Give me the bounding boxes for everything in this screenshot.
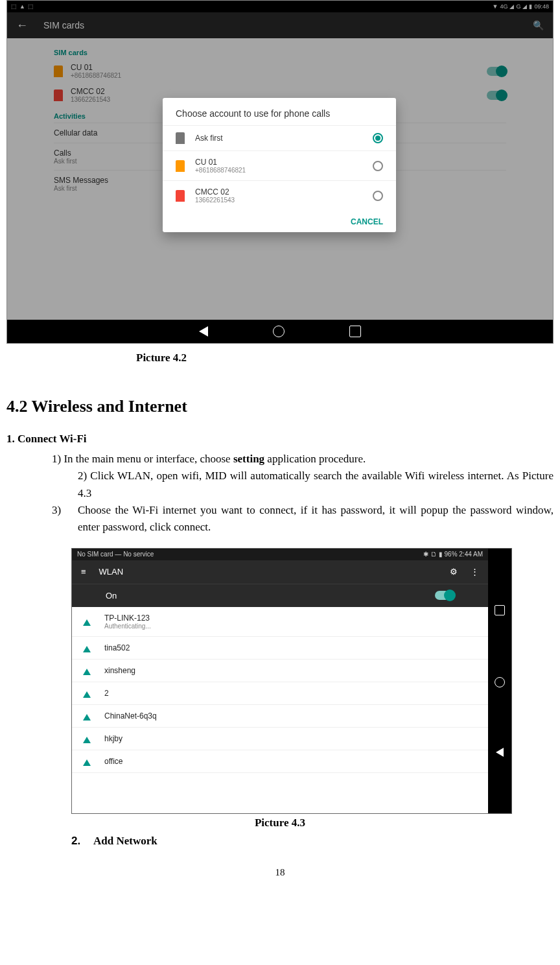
wifi-icon: [81, 757, 93, 766]
step-2-text: 2) Click WLAN, open wifi, MID will autom…: [6, 468, 554, 502]
figure-caption: Picture 4.3: [6, 816, 554, 829]
page-number: 18: [6, 867, 554, 885]
wifi-on-row: On: [72, 584, 488, 607]
wifi-icon: [81, 734, 93, 743]
nav-home-icon[interactable]: [495, 677, 505, 687]
screenshot-sim-cards: ⬚ ▲ ⬚ ▼ 4G ◢ G ◢ ▮ 09:48 ← SIM cards 🔍 S…: [6, 0, 554, 344]
account-dialog: Choose account to use for phone calls As…: [163, 98, 396, 232]
more-icon[interactable]: ⋮: [471, 567, 479, 577]
wifi-network-row[interactable]: tina502: [72, 637, 488, 660]
wifi-icon: [81, 711, 93, 721]
navigation-bar: [488, 549, 511, 813]
connect-wifi-heading: 1. Connect Wi-Fi: [6, 433, 554, 446]
status-right: ✱ 🗋 ▮ 96% 2:44 AM: [423, 551, 483, 558]
screenshot-wlan: No SIM card — No service ✱ 🗋 ▮ 96% 2:44 …: [71, 548, 512, 814]
add-network-heading: 2. Add Network: [71, 835, 554, 848]
radio-button[interactable]: [373, 133, 383, 143]
sim-icon: [176, 132, 185, 144]
nav-back-icon[interactable]: [199, 326, 208, 337]
wifi-icon: [81, 689, 93, 698]
wifi-icon: [81, 643, 93, 652]
dialog-option-sim[interactable]: CMCC 02 13662261543: [163, 180, 396, 210]
wifi-network-row[interactable]: ChinaNet-6q3q: [72, 705, 488, 728]
nav-back-icon[interactable]: [496, 748, 504, 757]
sim-status: No SIM card — No service: [77, 551, 154, 558]
figure-caption: Picture 4.2: [136, 351, 554, 364]
app-title: WLAN: [99, 567, 124, 577]
step-3-text: 3) Choose the Wi-Fi internet you want to…: [6, 502, 554, 536]
wifi-network-row[interactable]: office: [72, 750, 488, 773]
wifi-list: TP-LINK-123 Authenticating... tina502 xi…: [72, 607, 488, 813]
wifi-network-row[interactable]: xinsheng: [72, 660, 488, 682]
wifi-toggle[interactable]: [435, 591, 454, 600]
menu-icon[interactable]: ≡: [81, 567, 86, 577]
navigation-bar: [7, 320, 553, 343]
app-bar: ≡ WLAN ⚙ ⋮: [72, 560, 488, 584]
wifi-icon: [81, 617, 93, 626]
on-label: On: [106, 591, 117, 601]
nav-recents-icon[interactable]: [349, 326, 361, 337]
sim-icon: [176, 160, 185, 172]
cancel-button[interactable]: CANCEL: [351, 217, 383, 226]
section-heading: 4.2 Wireless and Internet: [6, 397, 554, 416]
dialog-title: Choose account to use for phone calls: [163, 108, 396, 125]
wifi-network-row[interactable]: TP-LINK-123 Authenticating...: [72, 607, 488, 637]
wifi-network-row[interactable]: 2: [72, 682, 488, 705]
gear-icon[interactable]: ⚙: [450, 567, 458, 577]
radio-button[interactable]: [373, 191, 383, 201]
sim-icon: [176, 190, 185, 202]
step-1-text: 1) In the main menu or interface, choose…: [6, 451, 554, 468]
wifi-network-row[interactable]: hkjby: [72, 728, 488, 750]
status-bar: No SIM card — No service ✱ 🗋 ▮ 96% 2:44 …: [72, 549, 488, 560]
radio-button[interactable]: [373, 161, 383, 171]
dialog-option-sim[interactable]: CU 01 +8618688746821: [163, 150, 396, 180]
dialog-option-ask-first[interactable]: Ask first: [163, 125, 396, 150]
nav-recents-icon[interactable]: [495, 605, 505, 615]
wifi-icon: [81, 666, 93, 675]
nav-home-icon[interactable]: [273, 326, 285, 337]
